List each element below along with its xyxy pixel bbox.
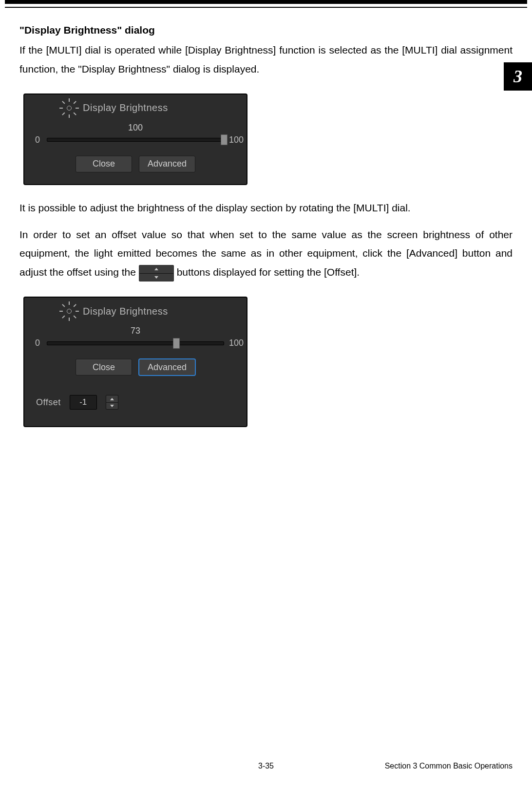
offset-increment-button[interactable] xyxy=(106,395,118,402)
section-heading: "Display Brightness" dialog xyxy=(19,24,513,36)
top-rule-thick xyxy=(5,0,527,4)
chapter-tab: 3 xyxy=(504,62,532,91)
paragraph-offset-b: buttons displayed for setting the [Offse… xyxy=(177,266,360,278)
page-number: 3-35 xyxy=(258,762,274,770)
slider-thumb[interactable] xyxy=(173,338,180,349)
brightness-slider[interactable] xyxy=(47,135,224,144)
display-brightness-dialog-advanced: Display Brightness 73 0 100 Close Advanc… xyxy=(23,297,247,427)
slider-thumb[interactable] xyxy=(221,134,228,145)
spinner-icon xyxy=(139,265,174,281)
display-brightness-dialog-basic: Display Brightness 100 0 100 Close Advan… xyxy=(23,94,247,185)
slider-min-label: 0 xyxy=(33,338,42,348)
advanced-button[interactable]: Advanced xyxy=(139,156,195,172)
offset-decrement-button[interactable] xyxy=(106,402,118,410)
top-rule-thin xyxy=(5,7,527,8)
paragraph-intro: If the [MULTI] dial is operated while [D… xyxy=(19,41,513,79)
dialog-title: Display Brightness xyxy=(83,306,168,317)
slider-max-label: 100 xyxy=(229,135,238,145)
brightness-slider[interactable] xyxy=(47,339,224,348)
paragraph-adjust: It is possible to adjust the brightness … xyxy=(19,199,513,218)
offset-label: Offset xyxy=(36,397,61,408)
offset-value: -1 xyxy=(70,395,97,410)
advanced-button[interactable]: Advanced xyxy=(139,359,195,375)
footer-section: Section 3 Common Basic Operations xyxy=(385,762,513,770)
slider-min-label: 0 xyxy=(33,135,42,145)
brightness-icon xyxy=(62,101,76,115)
brightness-icon xyxy=(62,304,76,318)
close-button[interactable]: Close xyxy=(76,359,132,375)
slider-current-value: 73 xyxy=(33,326,238,336)
slider-max-label: 100 xyxy=(229,338,238,348)
dialog-title: Display Brightness xyxy=(83,102,168,113)
slider-current-value: 100 xyxy=(33,123,238,133)
close-button[interactable]: Close xyxy=(76,156,132,172)
